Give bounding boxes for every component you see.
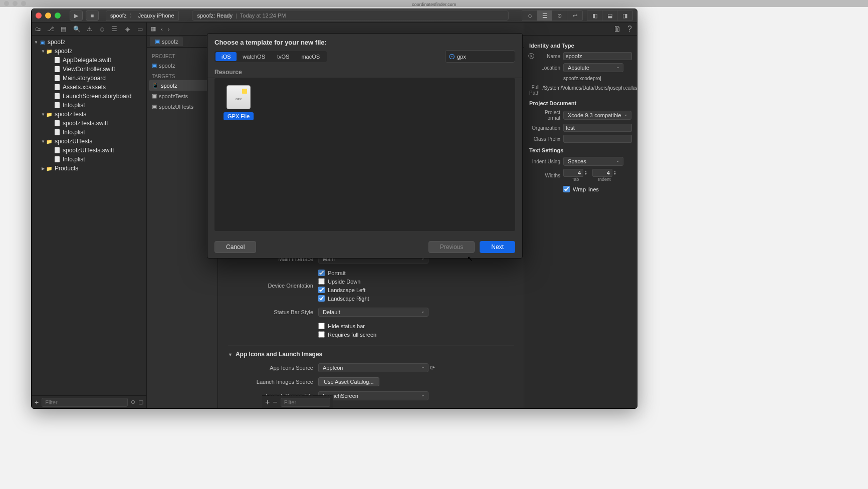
platform-macos-button[interactable]: macOS <box>295 52 326 61</box>
tree-group[interactable]: ▼ 📁 spoofz <box>32 47 146 56</box>
project-icon: ▣ <box>155 38 160 45</box>
next-button[interactable]: Next <box>480 241 515 253</box>
project-navigator-icon[interactable]: 🗂 <box>35 26 41 33</box>
project-row[interactable]: ▣spoofz <box>149 60 215 71</box>
previous-button[interactable]: Previous <box>428 241 475 253</box>
tree-group[interactable]: ▼ 📁 spoofzTests <box>32 110 146 119</box>
quick-help-icon[interactable]: ? <box>627 25 632 34</box>
scm-filter-icon[interactable]: ▢ <box>138 399 143 405</box>
toggle-left-panel-button[interactable]: ◧ <box>587 11 602 21</box>
recent-filter-icon[interactable]: ⊙ <box>131 399 135 405</box>
template-search-input[interactable] <box>457 54 526 60</box>
tree-group-products[interactable]: ▶ 📁 Products <box>32 164 146 173</box>
version-editor-button[interactable]: ↩ <box>567 11 582 21</box>
organization-field[interactable] <box>563 124 632 132</box>
platform-watchos-button[interactable]: watchOS <box>237 52 271 61</box>
editor-mode-group[interactable]: ◇ ☰ ⊙ ↩ <box>522 10 583 21</box>
titlebar: ▶ ■ spoofz 〉 Jeauxy iPhone spoofz: Ready… <box>32 9 637 23</box>
toggle-right-panel-button[interactable]: ◨ <box>617 11 632 21</box>
project-format-select[interactable]: Xcode 9.3-compatible <box>563 111 631 120</box>
tree-file[interactable]: Info.plist <box>32 155 146 164</box>
name-field[interactable] <box>563 52 632 60</box>
landscape-right-checkbox[interactable] <box>318 295 325 302</box>
hide-status-bar-checkbox[interactable] <box>318 323 325 329</box>
platform-tvos-button[interactable]: tvOS <box>271 52 295 61</box>
landscape-left-checkbox[interactable] <box>318 287 325 293</box>
tree-file[interactable]: AppDelegate.swift <box>32 56 146 65</box>
tree-file[interactable]: spoofzTests.swift <box>32 119 146 128</box>
related-items-icon[interactable]: ▦ <box>151 26 156 32</box>
template-search[interactable]: ⊙ ⓧ <box>445 50 515 63</box>
stop-button[interactable]: ■ <box>86 11 99 21</box>
app-icons-section-header[interactable]: ▼App Icons and Launch Images <box>228 345 514 361</box>
minimize-window-button[interactable] <box>45 13 51 19</box>
targets-filter-input[interactable] <box>281 398 330 407</box>
add-target-button[interactable]: + <box>265 398 270 407</box>
zoom-window-button[interactable] <box>55 13 61 19</box>
tree-file[interactable]: Info.plist <box>32 101 146 110</box>
close-window-button[interactable] <box>36 13 42 19</box>
tab-width-stepper[interactable]: 4 <box>563 169 583 177</box>
cancel-button[interactable]: Cancel <box>214 241 256 253</box>
code-review-button[interactable]: ◇ <box>522 11 537 21</box>
panel-toggle-group[interactable]: ◧ ⬓ ◨ <box>587 10 633 21</box>
tree-file[interactable]: spoofzUITests.swift <box>32 146 146 155</box>
standard-editor-button[interactable]: ☰ <box>537 11 552 21</box>
file-inspector-icon[interactable]: 🗎 <box>613 25 621 34</box>
clear-search-button[interactable]: ⓧ <box>528 52 534 61</box>
tree-file[interactable]: Assets.xcassets <box>32 83 146 92</box>
target-row[interactable]: 📱spoofz <box>149 80 215 91</box>
project-header: PROJECT <box>149 51 215 60</box>
tree-file[interactable]: LaunchScreen.storyboard <box>32 92 146 101</box>
tree-file[interactable]: Main.storyboard <box>32 74 146 83</box>
test-navigator-icon[interactable]: ◇ <box>99 26 105 33</box>
assistant-editor-button[interactable]: ⊙ <box>552 11 567 21</box>
refresh-icon[interactable]: ⟳ <box>430 364 435 371</box>
editor-tab[interactable]: ▣ spoofz <box>150 37 183 46</box>
upside-down-checkbox[interactable] <box>318 278 325 285</box>
debug-navigator-icon[interactable]: ☰ <box>111 26 118 33</box>
class-prefix-field[interactable] <box>563 135 632 143</box>
inspector-tab-bar[interactable]: 🗎 ? <box>524 23 637 36</box>
target-row[interactable]: ▣spoofzUITests <box>149 101 215 112</box>
navigator-filter-input[interactable] <box>42 398 128 407</box>
run-button[interactable]: ▶ <box>70 11 83 21</box>
project-tree[interactable]: ▼ ▣ spoofz ▼ 📁 spoofz AppDelegate.swift … <box>32 36 146 395</box>
navigator-tab-bar[interactable]: 🗂 ⎇ ▤ 🔍 ⚠ ◇ ☰ ◈ ▭ <box>32 23 146 36</box>
requires-full-screen-checkbox[interactable] <box>318 331 325 338</box>
find-navigator-icon[interactable]: 🔍 <box>73 26 80 33</box>
source-control-navigator-icon[interactable]: ⎇ <box>47 26 54 33</box>
location-label: Location <box>529 65 563 71</box>
platform-ios-button[interactable]: iOS <box>215 52 237 61</box>
new-file-sheet: Choose a template for your new file: iOS… <box>207 33 523 259</box>
indent-using-select[interactable]: Spaces <box>563 157 623 166</box>
tree-file[interactable]: Info.plist <box>32 128 146 137</box>
scheme-selector[interactable]: spoofz 〉 Jeauxy iPhone <box>106 11 179 21</box>
tree-group[interactable]: ▼ 📁 spoofzUITests <box>32 137 146 146</box>
issue-navigator-icon[interactable]: ⚠ <box>86 26 93 33</box>
launch-screen-file-select[interactable]: LaunchScreen <box>318 391 428 400</box>
indent-width-stepper[interactable]: 4 <box>592 169 612 177</box>
report-navigator-icon[interactable]: ▭ <box>137 26 143 33</box>
breakpoint-navigator-icon[interactable]: ◈ <box>124 26 130 33</box>
status-bar-style-select[interactable]: Default <box>318 308 428 317</box>
symbol-navigator-icon[interactable]: ▤ <box>60 26 67 33</box>
browser-url: coordinatesfinder.com <box>412 2 456 7</box>
location-select[interactable]: Absolute <box>563 63 623 72</box>
launch-images-source-button[interactable]: Use Asset Catalog... <box>318 377 379 386</box>
wrap-lines-checkbox[interactable] <box>563 186 570 192</box>
tree-root[interactable]: ▼ ▣ spoofz <box>32 38 146 47</box>
target-row[interactable]: ▣spoofzTests <box>149 91 215 101</box>
app-icons-source-select[interactable]: AppIcon <box>318 363 428 372</box>
add-button[interactable]: + <box>35 398 39 406</box>
remove-target-button[interactable]: − <box>273 398 277 407</box>
platform-segmented-control[interactable]: iOS watchOS tvOS macOS <box>214 51 327 62</box>
forward-button[interactable]: › <box>168 26 170 32</box>
template-item-gpx[interactable]: GPX GPX File <box>222 85 256 120</box>
toggle-bottom-panel-button[interactable]: ⬓ <box>602 11 617 21</box>
app-icons-source-label: App Icons Source <box>228 365 318 371</box>
back-button[interactable]: ‹ <box>161 26 163 32</box>
xcode-window: ▶ ■ spoofz 〉 Jeauxy iPhone spoofz: Ready… <box>31 9 637 409</box>
tree-file[interactable]: ViewController.swift <box>32 65 146 74</box>
portrait-checkbox[interactable] <box>318 270 325 276</box>
